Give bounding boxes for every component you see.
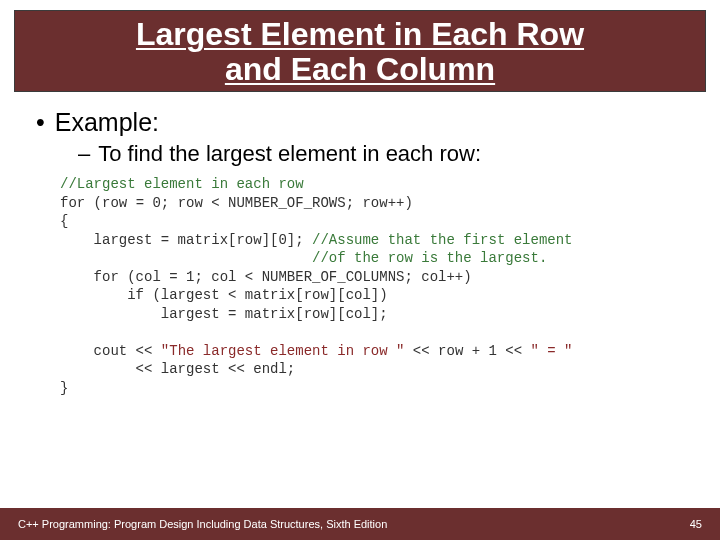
code-text: (largest < matrix[row][col]) — [144, 287, 388, 303]
slide-title-banner: Largest Element in Each Row and Each Col… — [14, 10, 706, 92]
code-block: //Largest element in each row for (row =… — [60, 175, 696, 397]
code-text: (row = 0; row < NUMBER_OF_ROWS; row++) — [85, 195, 413, 211]
slide-title: Largest Element in Each Row and Each Col… — [25, 17, 695, 87]
footer-page-number: 45 — [690, 518, 702, 530]
code-text: } — [60, 380, 68, 396]
code-text: (col = 1; col < NUMBER_OF_COLUMNS; col++… — [119, 269, 472, 285]
bullet-dash-icon: – — [78, 141, 90, 166]
code-text: << largest << endl; — [60, 361, 295, 377]
code-text: { — [60, 213, 68, 229]
bullet-2-text: To find the largest element in each row: — [98, 141, 481, 166]
code-string: " = " — [531, 343, 573, 359]
code-text: largest = matrix[row][col]; — [60, 306, 388, 322]
code-keyword-for: for — [60, 269, 119, 285]
footer-left-text: C++ Programming: Program Design Includin… — [18, 518, 387, 530]
code-keyword-for: for — [60, 195, 85, 211]
slide-footer: C++ Programming: Program Design Includin… — [0, 508, 720, 540]
bullet-dot-icon: • — [36, 108, 45, 136]
bullet-level-1: •Example: — [36, 108, 696, 137]
code-keyword-if: if — [60, 287, 144, 303]
slide-content: •Example: –To find the largest element i… — [0, 92, 720, 397]
code-text: largest = matrix[row][0]; — [60, 232, 312, 248]
code-comment: //of the row is the largest. — [60, 250, 547, 266]
code-text: << row + 1 << — [404, 343, 530, 359]
code-comment: //Assume that the first element — [312, 232, 572, 248]
title-line-1: Largest Element in Each Row — [136, 16, 584, 52]
code-comment: //Largest element in each row — [60, 176, 304, 192]
code-text: cout << — [60, 343, 161, 359]
bullet-1-text: Example: — [55, 108, 159, 136]
title-line-2: and Each Column — [225, 51, 495, 87]
code-string: "The largest element in row " — [161, 343, 405, 359]
bullet-level-2: –To find the largest element in each row… — [78, 141, 696, 167]
